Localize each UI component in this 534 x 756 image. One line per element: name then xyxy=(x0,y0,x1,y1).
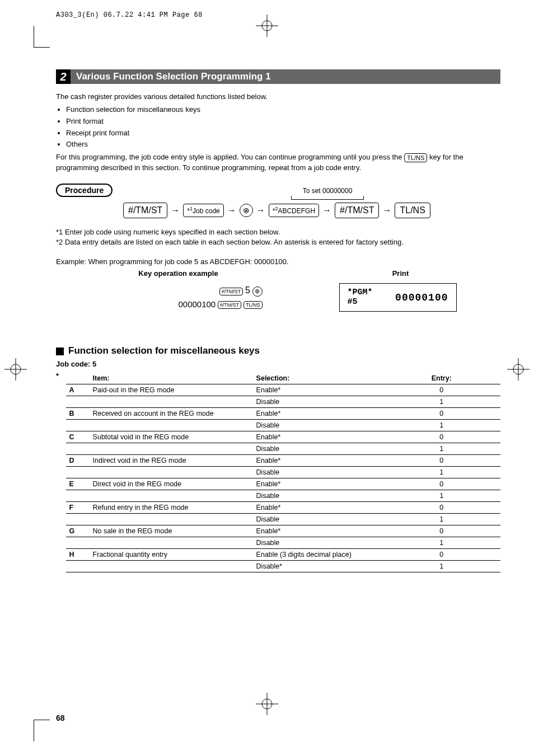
row-selection: Enable (3 digits decimal place) xyxy=(253,549,383,561)
asterisk-marker: * xyxy=(56,368,66,572)
row-entry: 1 xyxy=(383,490,500,502)
row-item: Received on account in the REG mode xyxy=(90,408,253,420)
subsection-heading: Function selection for miscellaneous key… xyxy=(56,345,500,356)
row-letter: E xyxy=(66,478,90,490)
row-letter: C xyxy=(66,431,90,443)
print-receipt: *PGM* #5 00000100 xyxy=(339,283,457,312)
row-item: Paid-out in the REG mode xyxy=(90,384,253,396)
row-item xyxy=(90,490,253,502)
row-entry: 0 xyxy=(383,478,500,490)
row-letter: G xyxy=(66,525,90,537)
arrow-icon: → xyxy=(256,205,265,215)
row-entry: 1 xyxy=(383,396,500,408)
row-selection: Enable* xyxy=(253,431,383,443)
row-entry: 0 xyxy=(383,384,500,396)
keyop-digit: 5 xyxy=(245,285,250,295)
to-set-text: To set 00000000 xyxy=(303,187,353,195)
row-selection: Disable xyxy=(253,467,383,478)
corner-mark-tl xyxy=(34,31,50,48)
arrow-icon: → xyxy=(171,205,180,215)
footnotes: *1 Enter job code using numeric keys spe… xyxy=(56,227,500,247)
table-row: Disable1 xyxy=(66,467,500,478)
row-letter: F xyxy=(66,502,90,514)
row-entry: 0 xyxy=(383,502,500,514)
table-row: GNo sale in the REG modeEnable*0 xyxy=(66,525,500,537)
section-title: Various Function Selection Programming 1 xyxy=(71,69,500,84)
print-heading: Print xyxy=(339,269,462,278)
print-jobnum: #5 xyxy=(348,298,373,307)
flow-key-tmst-2: #/TM/ST xyxy=(335,203,379,218)
table-row: DIndirect void in the REG modeEnable*0 xyxy=(66,455,500,467)
row-item xyxy=(90,396,253,408)
row-selection: Enable* xyxy=(253,455,383,467)
table-row: BReceived on account in the REG modeEnab… xyxy=(66,408,500,420)
tlns-key-icon: TL/NS xyxy=(404,153,427,162)
square-bullet-icon xyxy=(56,348,64,355)
multiply-key-icon: ⊗ xyxy=(252,287,263,297)
table-row: Disable1 xyxy=(66,514,500,525)
keyop-number: 00000100 xyxy=(178,299,216,309)
procedure-flow: To set 00000000 #/TM/ST → *1Job code → ⊗… xyxy=(123,203,500,218)
row-selection: Enable* xyxy=(253,525,383,537)
settings-table: Item: Selection: Entry: APaid-out in the… xyxy=(66,373,500,572)
list-item: Function selection for miscellaneous key… xyxy=(66,105,500,115)
row-item xyxy=(90,537,253,549)
row-entry: 0 xyxy=(383,455,500,467)
row-letter: H xyxy=(66,549,90,561)
row-entry: 0 xyxy=(383,549,500,561)
list-item: Receipt print format xyxy=(66,128,500,139)
row-entry: 0 xyxy=(383,431,500,443)
print-pgm: *PGM* xyxy=(348,288,373,298)
col-selection: Selection: xyxy=(253,373,383,384)
row-selection: Disable xyxy=(253,537,383,549)
col-entry: Entry: xyxy=(383,373,500,384)
row-item: Fractional quantity entry xyxy=(90,549,253,561)
row-selection: Enable* xyxy=(253,384,383,396)
row-selection: Disable xyxy=(253,490,383,502)
row-letter xyxy=(66,537,90,549)
to-set-bracket xyxy=(291,196,364,200)
row-selection: Enable* xyxy=(253,502,383,514)
table-row: CSubtotal void in the REG modeEnable*0 xyxy=(66,431,500,443)
row-entry: 1 xyxy=(383,420,500,431)
para2: For this programming, the job code entry… xyxy=(56,152,500,173)
row-item xyxy=(90,561,253,572)
table-row: EDirect void in the REG modeEnable*0 xyxy=(66,478,500,490)
flow-key-tmst-1: #/TM/ST xyxy=(123,203,167,218)
table-row: Disable1 xyxy=(66,537,500,549)
row-item: No sale in the REG mode xyxy=(90,525,253,537)
col-item: Item: xyxy=(90,373,253,384)
row-entry: 1 xyxy=(383,514,500,525)
tmst-key-icon: #/TM/ST xyxy=(218,301,242,309)
example-columns: Key operation example #/TM/ST 5 ⊗ 000001… xyxy=(56,269,500,312)
arrow-icon: → xyxy=(227,205,236,215)
row-item xyxy=(90,420,253,431)
row-letter: B xyxy=(66,408,90,420)
settings-table-wrap: * Item: Selection: Entry: APaid-out in t… xyxy=(56,368,500,572)
row-entry: 1 xyxy=(383,443,500,455)
row-item: Subtotal void in the REG mode xyxy=(90,431,253,443)
feature-list: Function selection for miscellaneous key… xyxy=(56,105,500,150)
footnote-2: *2 Data entry details are listed on each… xyxy=(56,237,500,247)
para2a: For this programming, the job code entry… xyxy=(56,153,402,161)
subsection-title: Function selection for miscellaneous key… xyxy=(68,345,260,356)
multiply-key-icon: ⊗ xyxy=(240,204,253,217)
print-value: 00000100 xyxy=(395,292,448,303)
row-letter xyxy=(66,420,90,431)
intro-text: The cash register provides various detai… xyxy=(56,92,500,173)
row-entry: 1 xyxy=(383,561,500,572)
row-letter xyxy=(66,467,90,478)
row-entry: 0 xyxy=(383,408,500,420)
table-row: FRefund entry in the REG modeEnable*0 xyxy=(66,502,500,514)
flow-key-tlns: TL/NS xyxy=(395,203,430,218)
row-letter xyxy=(66,490,90,502)
table-row: Disable1 xyxy=(66,396,500,408)
crop-mark-left xyxy=(4,358,27,382)
row-entry: 1 xyxy=(383,467,500,478)
row-letter xyxy=(66,561,90,572)
row-selection: Enable* xyxy=(253,478,383,490)
row-selection: Disable xyxy=(253,396,383,408)
row-selection: Disable xyxy=(253,443,383,455)
row-letter xyxy=(66,443,90,455)
row-selection: Enable* xyxy=(253,408,383,420)
